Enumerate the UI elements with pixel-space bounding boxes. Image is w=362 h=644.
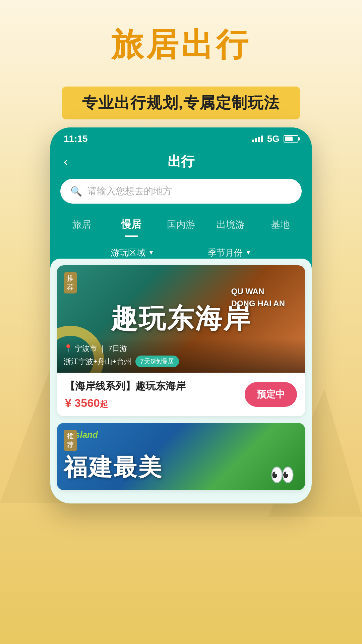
battery-fill: [285, 137, 293, 141]
tab-jidi[interactable]: 基地: [255, 214, 305, 235]
tour-card-2: " island 推荐 福建最美 👀: [57, 423, 305, 490]
tab-lvju[interactable]: 旅居: [57, 214, 107, 235]
search-input[interactable]: 请输入您想去的地方: [87, 185, 172, 198]
recommend-badge-2: 推荐: [64, 430, 77, 451]
tour-card-1: 趣玩东海岸 QU WAN DONG HAI AN 推荐 📍 宁波市 ｜ 7日游: [57, 265, 305, 416]
bar2: [255, 138, 257, 142]
back-button[interactable]: ‹: [64, 154, 68, 169]
signal-label: 5G: [267, 133, 280, 144]
card1-route: 浙江宁波+舟山+台州 7天6晚慢居: [64, 356, 298, 367]
card1-footer: 【海岸线系列】趣玩东海岸 ¥ 3560起 预定中: [57, 373, 305, 416]
tab-guonei[interactable]: 国内游: [156, 214, 206, 235]
card2-image: " island 推荐 福建最美 👀: [57, 423, 305, 490]
filter-region[interactable]: 游玩区域 ▼: [111, 247, 154, 259]
card1-price: ¥ 3560起: [65, 396, 186, 410]
category-tabs: 旅居 慢居 国内游 出境游 基地: [50, 210, 312, 242]
bar4: [261, 136, 263, 142]
search-bar[interactable]: 🔍 请输入您想去的地方: [60, 179, 302, 204]
signal-bars-icon: [252, 136, 263, 142]
nav-title: 出行: [168, 152, 194, 171]
card1-title: 【海岸线系列】趣玩东海岸: [65, 379, 186, 393]
region-arrow-icon: ▼: [148, 249, 154, 256]
cards-area: 趣玩东海岸 QU WAN DONG HAI AN 推荐 📍 宁波市 ｜ 7日游: [50, 259, 312, 503]
card2-main-text: 福建最美: [64, 452, 163, 483]
tab-chujing[interactable]: 出境游: [206, 214, 255, 235]
card1-text-info: 【海岸线系列】趣玩东海岸 ¥ 3560起: [65, 379, 186, 410]
tab-manju[interactable]: 慢居: [107, 214, 156, 235]
season-arrow-icon: ▼: [245, 249, 251, 256]
status-right: 5G: [252, 133, 298, 144]
search-area: 🔍 请输入您想去的地方: [50, 179, 312, 210]
card1-image: 趣玩东海岸 QU WAN DONG HAI AN 推荐 📍 宁波市 ｜ 7日游: [57, 265, 305, 373]
card1-en-text: QU WAN DONG HAI AN: [231, 285, 285, 310]
card1-book-button[interactable]: 预定中: [245, 382, 297, 407]
status-time: 11:15: [64, 133, 88, 144]
search-icon: 🔍: [70, 186, 82, 197]
card1-main-text: 趣玩东海岸: [111, 301, 251, 337]
battery-icon: [284, 135, 298, 143]
island-cartoon-icon: 👀: [270, 463, 295, 487]
filter-season[interactable]: 季节月份 ▼: [208, 247, 251, 259]
recommend-badge-1: 推荐: [64, 272, 77, 293]
nav-header: ‹ 出行: [50, 147, 312, 179]
card1-location: 📍 宁波市 ｜ 7日游: [64, 343, 298, 354]
hero-area: 旅居出行 专业出行规划,专属定制玩法: [0, 0, 362, 119]
subtitle-wrapper: 专业出行规划,专属定制玩法: [62, 87, 300, 119]
bar1: [252, 140, 254, 142]
location-pin-icon: 📍: [64, 344, 73, 353]
phone-frame: 11:15 5G ‹ 出行 🔍 请输入您想去的地方 旅居: [50, 127, 312, 503]
main-title: 旅居出行: [0, 27, 362, 62]
status-bar: 11:15 5G: [50, 127, 312, 147]
card1-bottom-info: 📍 宁波市 ｜ 7日游 浙江宁波+舟山+台州 7天6晚慢居: [57, 338, 305, 373]
card1-days-badge: 7天6晚慢居: [135, 356, 179, 367]
subtitle: 专业出行规划,专属定制玩法: [82, 94, 280, 111]
bar3: [258, 137, 260, 142]
